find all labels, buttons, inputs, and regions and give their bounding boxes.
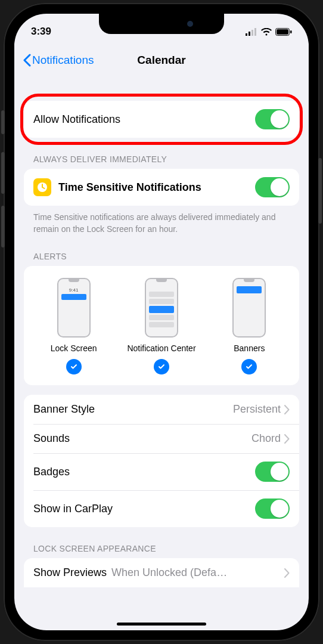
chevron-right-icon <box>284 568 290 578</box>
carplay-toggle[interactable] <box>255 499 290 519</box>
notification-center-preview-icon <box>145 278 178 338</box>
allow-notifications-toggle[interactable] <box>255 109 290 129</box>
alert-center-label: Notification Center <box>127 343 195 353</box>
badges-label: Badges <box>33 466 255 478</box>
show-previews-label: Show Previews <box>33 566 107 579</box>
show-previews-value: When Unlocked (Defa… <box>111 566 284 579</box>
svg-rect-5 <box>277 29 288 35</box>
home-indicator[interactable] <box>117 623 206 626</box>
alert-lock-check[interactable] <box>66 359 82 374</box>
allow-notifications-group: Allow Notifications <box>24 101 299 138</box>
banners-preview-icon <box>232 278 266 338</box>
carplay-label: Show in CarPlay <box>33 503 255 515</box>
checkmark-icon <box>157 363 166 371</box>
section-header-deliver: ALWAYS DELIVER IMMEDIATELY <box>14 138 309 169</box>
alert-option-notification-center[interactable]: Notification Center <box>118 278 205 374</box>
chevron-right-icon <box>284 405 290 414</box>
alert-banners-check[interactable] <box>241 359 257 374</box>
banner-style-value: Persistent <box>233 403 281 416</box>
alert-settings-group: Banner Style Persistent Sounds Chord Bad… <box>24 395 299 527</box>
svg-rect-2 <box>251 30 253 36</box>
section-header-lockscreen: LOCK SCREEN APPEARANCE <box>14 527 309 558</box>
svg-rect-0 <box>246 33 247 36</box>
chevron-right-icon <box>284 434 290 444</box>
clock-icon <box>33 178 51 196</box>
alert-option-lock-screen[interactable]: 9:41 Lock Screen <box>30 278 117 374</box>
time-sensitive-label: Time Sensitive Notifications <box>58 181 255 194</box>
alert-option-banners[interactable]: Banners <box>206 278 293 374</box>
carplay-row[interactable]: Show in CarPlay <box>24 490 299 527</box>
section-header-alerts: ALERTS <box>14 235 309 266</box>
sounds-value: Chord <box>251 432 281 445</box>
banner-style-label: Banner Style <box>33 403 233 416</box>
show-previews-row[interactable]: Show Previews When Unlocked (Defa… <box>24 558 299 587</box>
time-sensitive-toggle[interactable] <box>255 177 290 197</box>
svg-rect-3 <box>254 28 256 36</box>
badges-row[interactable]: Badges <box>24 453 299 490</box>
wifi-icon <box>261 28 272 36</box>
sounds-label: Sounds <box>33 432 251 445</box>
nav-bar: Notifications Calendar <box>14 44 309 77</box>
alert-lock-label: Lock Screen <box>51 343 97 353</box>
time-sensitive-footer: Time Sensitive notifications are always … <box>14 206 309 235</box>
banner-style-row[interactable]: Banner Style Persistent <box>24 395 299 424</box>
checkmark-icon <box>70 363 78 371</box>
checkmark-icon <box>245 363 253 371</box>
allow-notifications-label: Allow Notifications <box>33 113 255 126</box>
battery-icon <box>275 28 292 36</box>
badges-toggle[interactable] <box>255 462 290 482</box>
chevron-left-icon <box>23 54 31 67</box>
svg-rect-1 <box>249 32 250 36</box>
cellular-icon <box>246 28 257 36</box>
back-button[interactable]: Notifications <box>23 54 94 67</box>
alert-banners-label: Banners <box>234 343 265 353</box>
sounds-row[interactable]: Sounds Chord <box>24 424 299 453</box>
svg-rect-6 <box>290 30 292 33</box>
time-sensitive-row[interactable]: Time Sensitive Notifications <box>24 169 299 206</box>
alert-center-check[interactable] <box>154 359 169 374</box>
alerts-box: 9:41 Lock Screen <box>24 266 299 385</box>
time-sensitive-group: Time Sensitive Notifications <box>24 169 299 206</box>
back-label: Notifications <box>32 54 94 67</box>
lock-screen-preview-icon: 9:41 <box>57 278 91 338</box>
allow-notifications-row[interactable]: Allow Notifications <box>24 101 299 138</box>
status-time: 3:39 <box>31 26 51 38</box>
